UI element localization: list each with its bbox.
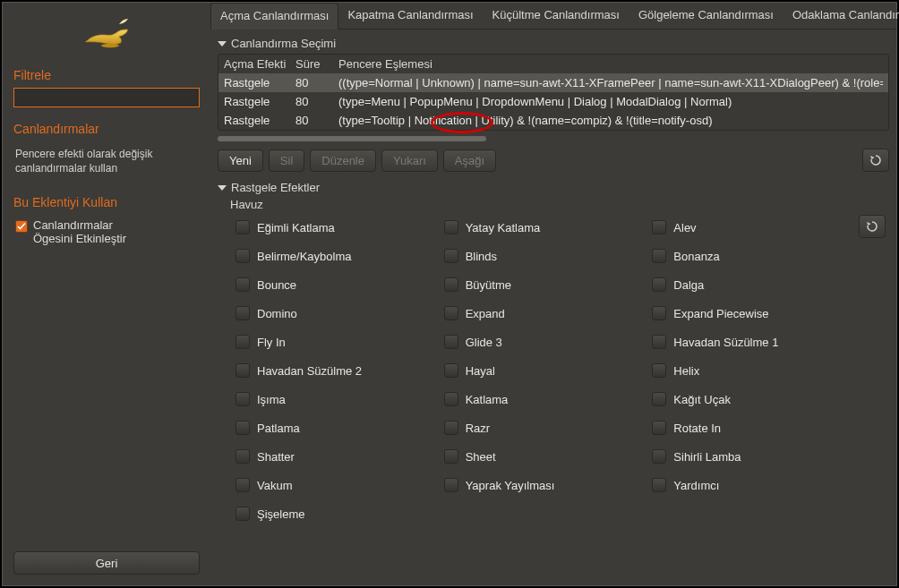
effect-label: Vakum [257,479,293,492]
table-header: Açma Efekti Süre Pencere Eşlemesi [218,55,888,73]
checkbox-unchecked-icon [235,421,250,435]
up-button[interactable]: Yukarı [381,149,438,172]
checkbox-unchecked-icon [235,306,250,320]
checkbox-unchecked-icon [235,449,250,464]
effect-label: Rotate In [673,422,721,435]
effect-checkbox[interactable]: Expand [444,301,642,326]
effect-checkbox[interactable]: Işıma [235,387,433,412]
effect-checkbox[interactable]: Fly In [235,329,433,354]
table-row[interactable]: Rastgele 80 (type=Menu | PopupMenu | Dro… [218,92,888,111]
checkbox-unchecked-icon [652,220,666,234]
checkbox-unchecked-icon [444,249,458,263]
collapse-icon [218,41,227,47]
tab-open-animation[interactable]: Açma Canlandırması [210,3,338,30]
checkbox-unchecked-icon [444,277,458,292]
effect-label: Fly In [257,336,286,349]
effect-label: Yatay Katlama [466,221,541,234]
effect-checkbox[interactable]: Yaprak Yayılması [444,473,642,498]
effect-label: Eğimli Katlama [257,221,335,234]
plugin-logo [13,12,200,64]
plugin-description: Pencere efekti olarak değişik canlandırm… [15,147,198,175]
table-row[interactable]: Rastgele 80 ((type=Normal | Unknown) | n… [218,73,888,92]
table-horizontal-scrollbar[interactable] [218,136,889,141]
effect-checkbox[interactable]: Eğimli Katlama [235,215,433,240]
effect-checkbox[interactable]: Patlama [235,415,433,440]
effect-checkbox[interactable]: Dalga [652,272,850,297]
effect-checkbox[interactable]: Bonanza [652,243,850,268]
checkbox-unchecked-icon [235,507,250,521]
effect-label: Helix [673,364,699,378]
effect-checkbox[interactable]: Yatay Katlama [444,215,642,240]
col-header-effect[interactable]: Açma Efekti [224,57,295,71]
settings-window: Filtrele Canlandırmalar Pencere efekti o… [2,2,897,586]
effect-checkbox[interactable]: Expand Piecewise [652,301,850,326]
effect-checkbox[interactable]: Razr [444,415,642,440]
effect-checkbox[interactable]: Domino [235,301,433,326]
checkbox-unchecked-icon [652,478,666,492]
effect-checkbox[interactable]: Yardımcı [652,473,850,498]
effect-label: Bounce [257,278,296,292]
effect-label: Sihirli Lamba [673,450,741,464]
effect-checkbox[interactable]: Blinds [444,243,642,268]
section-animation-selection[interactable]: Canlandırma Seçimi [218,37,889,50]
back-button[interactable]: Geri [13,551,200,575]
effect-checkbox[interactable]: Rotate In [652,415,850,440]
tab-close-animation[interactable]: Kapatma Canlandırması [338,3,483,29]
tab-focus-animation[interactable]: Odaklama Canlandırması [783,3,899,29]
checkbox-unchecked-icon [652,421,666,435]
tab-minimize-animation[interactable]: Küçültme Canlandırması [484,3,629,29]
col-header-match[interactable]: Pencere Eşlemesi [338,57,883,71]
effect-label: Şişeleme [257,507,304,521]
checkbox-unchecked-icon [235,363,250,378]
effect-label: Alev [673,221,696,234]
effect-label: Yaprak Yayılması [466,479,555,492]
effect-checkbox[interactable]: Kağıt Uçak [652,387,850,412]
reset-table-button[interactable] [862,149,889,172]
checkbox-unchecked-icon [652,277,666,292]
effect-checkbox[interactable]: Havadan Süzülme 1 [652,329,850,354]
effect-checkbox[interactable]: Büyütme [444,272,642,297]
reset-icon [869,154,882,166]
effect-checkbox[interactable]: Katlama [444,387,642,412]
checkbox-unchecked-icon [652,249,666,263]
effect-checkbox[interactable]: Sheet [444,444,642,469]
effect-checkbox[interactable]: Belirme/Kaybolma [235,243,433,268]
reset-pool-button[interactable] [859,215,886,238]
effect-checkbox[interactable]: Helix [652,358,850,383]
filter-input[interactable] [13,88,200,107]
enable-plugin-checkbox[interactable]: Canlandırmalar Ögesini Etkinleştir [15,218,198,245]
scrollbar-thumb[interactable] [218,136,486,141]
effect-checkbox[interactable]: Bounce [235,272,433,297]
effect-checkbox[interactable]: Shatter [235,444,433,469]
sidebar: Filtrele Canlandırmalar Pencere efekti o… [3,3,210,585]
delete-button[interactable]: Sil [269,149,304,172]
effect-checkbox[interactable]: Hayal [444,358,642,383]
effect-checkbox[interactable]: Vakum [235,473,433,498]
checkbox-unchecked-icon [444,449,458,464]
effect-label: Havadan Süzülme 2 [257,364,362,378]
checkbox-unchecked-icon [235,335,250,349]
effect-label: Expand [466,307,505,320]
new-button[interactable]: Yeni [218,149,263,172]
effect-checkbox[interactable]: Sihirli Lamba [652,444,850,469]
effects-pool: Eğimli KatlamaYatay KatlamaAlevBelirme/K… [218,215,853,526]
table-row[interactable]: Rastgele 80 (type=Tooltip | Notification… [218,111,888,130]
section-random-effects[interactable]: Rastgele Efektler [218,181,889,194]
effect-label: Blinds [466,250,497,263]
effect-label: Bonanza [673,250,719,263]
effect-checkbox[interactable]: Glide 3 [444,329,642,354]
tab-shade-animation[interactable]: Gölgeleme Canlandırması [629,3,783,29]
effect-label: Razr [466,422,490,435]
effect-label: Shatter [257,450,295,464]
effect-label: Glide 3 [466,336,502,349]
checkbox-label-2: Ögesini Etkinleştir [33,232,126,245]
effect-checkbox[interactable]: Şişeleme [235,501,433,526]
effect-checkbox[interactable]: Havadan Süzülme 2 [235,358,433,383]
svg-point-0 [101,44,119,47]
down-button[interactable]: Aşağı [443,149,496,172]
tab-content: Canlandırma Seçimi Açma Efekti Süre Penc… [210,30,896,585]
col-header-duration[interactable]: Süre [295,57,338,71]
checkbox-label-1: Canlandırmalar [33,218,126,232]
effect-checkbox[interactable]: Alev [652,215,850,240]
edit-button[interactable]: Düzenle [310,149,376,172]
